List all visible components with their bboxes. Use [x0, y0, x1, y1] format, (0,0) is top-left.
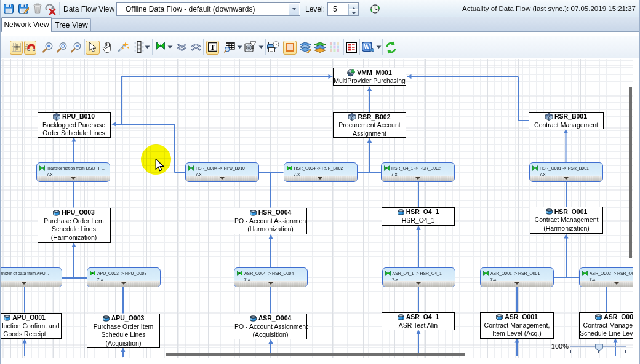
svg-text:T: T	[210, 43, 215, 52]
svg-text:W: W	[364, 43, 370, 50]
